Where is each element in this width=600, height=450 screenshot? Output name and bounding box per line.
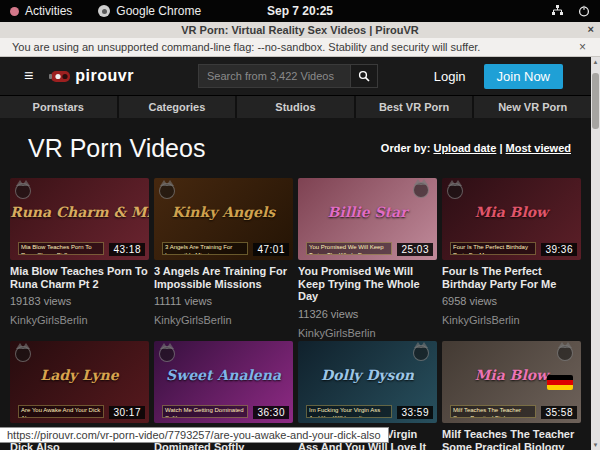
menu-item-categories[interactable]: Categories: [119, 96, 236, 118]
search-icon: [358, 70, 370, 82]
performer-name-overlay: Billie Star: [298, 204, 437, 220]
menu-item-best-vr-porn[interactable]: Best VR Porn: [356, 96, 473, 118]
vr-goggles-icon: [49, 70, 71, 83]
search-button[interactable]: [350, 64, 378, 88]
video-thumbnail[interactable]: Billie StarYou Promised We Will Keep Try…: [298, 178, 437, 260]
video-thumbnail[interactable]: Dolly DysonIm Fucking Your Virgin Ass An…: [298, 341, 437, 423]
cat-mask-studio-icon: [447, 183, 463, 199]
thumbnail-caption: Mia Blow Teaches Porn To Runa Charm Pt 2: [18, 242, 104, 255]
video-card[interactable]: Runa Charm & Mia BlowMia Blow Teaches Po…: [10, 178, 149, 341]
join-now-button[interactable]: Join Now: [484, 64, 563, 89]
performer-name-overlay: Runa Charm & Mia Blow: [10, 204, 149, 220]
menu-item-studios[interactable]: Studios: [237, 96, 354, 118]
search-input[interactable]: [198, 64, 350, 88]
video-views: 19183 views: [10, 295, 149, 307]
video-views: 11111 views: [154, 295, 293, 307]
video-thumbnail[interactable]: Mia BlowFour Is The Perfect Birthday Par…: [442, 178, 581, 260]
duration-badge: 39:36: [541, 243, 577, 256]
order-by-label: Order by:: [381, 142, 431, 154]
thumbnail-caption: Watch Me Getting Dominated Softly: [162, 405, 248, 418]
performer-name-overlay: Dolly Dyson: [298, 367, 437, 383]
page-viewport: ≡ pirouvr Login Join Now PornstarsCatego…: [0, 57, 591, 450]
video-title-link[interactable]: Mia Blow Teaches Porn To Runa Charm Pt 2: [10, 265, 149, 290]
duration-badge: 30:17: [109, 406, 145, 419]
cat-mask-studio-icon: [413, 182, 429, 198]
video-grid: Runa Charm & Mia BlowMia Blow Teaches Po…: [10, 178, 581, 450]
scrollbar-up-arrow[interactable]: ▲: [591, 59, 600, 65]
video-thumbnail[interactable]: Mia BlowMilf Teaches The Teacher Some Pr…: [442, 341, 581, 423]
cat-mask-studio-icon: [15, 183, 31, 199]
clock[interactable]: Sep 7 20:25: [0, 4, 600, 18]
scrollbar-down-arrow[interactable]: ▼: [591, 442, 600, 448]
site-header: ≡ pirouvr Login Join Now: [0, 57, 591, 95]
performer-name-overlay: Mia Blow: [442, 204, 581, 220]
duration-badge: 47:01: [253, 243, 289, 256]
video-title-link[interactable]: You Promised We Will Keep Trying The Who…: [298, 265, 437, 303]
browser-title-bar: VR Porn: Virtual Reality Sex Videos | Pi…: [0, 22, 600, 38]
tab-close-icon[interactable]: ×: [588, 23, 594, 35]
video-views: 11326 views: [298, 308, 437, 320]
order-links: Upload date | Most viewed: [433, 142, 571, 154]
studio-link[interactable]: KinkyGirlsBerlin: [154, 314, 293, 326]
menu-bar: PornstarsCategoriesStudiosBest VR PornNe…: [0, 95, 591, 118]
network-icon[interactable]: [551, 5, 564, 17]
video-card[interactable]: Mia BlowMilf Teaches The Teacher Some Pr…: [442, 341, 581, 450]
cat-mask-studio-icon: [557, 345, 573, 361]
cat-mask-studio-icon: [413, 345, 429, 361]
thumbnail-caption: Are You Awake And Your Dick Also: [18, 405, 104, 418]
studio-link[interactable]: KinkyGirlsBerlin: [442, 314, 581, 326]
vertical-scrollbar[interactable]: ▲ ▼: [591, 57, 600, 450]
duration-badge: 36:30: [253, 406, 289, 419]
thumbnail-caption: Im Fucking Your Virgin Ass And You Will …: [306, 405, 392, 418]
video-card[interactable]: Kinky Angels3 Angels Are Training For Im…: [154, 178, 293, 341]
thumbnail-caption: Four Is The Perfect Birthday Party For M…: [450, 242, 536, 255]
video-card[interactable]: Billie StarYou Promised We Will Keep Try…: [298, 178, 437, 341]
cat-mask-studio-icon: [159, 346, 175, 362]
cat-mask-studio-icon: [159, 183, 175, 199]
duration-badge: 33:59: [397, 406, 433, 419]
thumbnail-caption: 3 Angels Are Training For Impossible Mis…: [162, 242, 248, 255]
order-link-most-viewed[interactable]: Most viewed: [506, 142, 571, 154]
power-icon[interactable]: [578, 5, 590, 17]
video-title-link[interactable]: 3 Angels Are Training For Impossible Mis…: [154, 265, 293, 290]
video-thumbnail[interactable]: Kinky Angels3 Angels Are Training For Im…: [154, 178, 293, 260]
video-thumbnail[interactable]: Runa Charm & Mia BlowMia Blow Teaches Po…: [10, 178, 149, 260]
tab-title: VR Porn: Virtual Reality Sex Videos | Pi…: [181, 24, 418, 36]
menu-item-new-vr-porn[interactable]: New VR Porn: [474, 96, 591, 118]
video-card[interactable]: Mia BlowFour Is The Perfect Birthday Par…: [442, 178, 581, 341]
video-title-link[interactable]: Milf Teaches The Teacher Some Practical …: [442, 428, 581, 450]
status-url-tooltip: https://pirouvr.com/vr-porn-video/779325…: [0, 427, 389, 443]
hamburger-menu-icon[interactable]: ≡: [24, 68, 33, 84]
site-logo[interactable]: pirouvr: [49, 67, 134, 85]
performer-name-overlay: Kinky Angels: [154, 204, 293, 220]
page-title: VR Porn Videos: [28, 134, 205, 163]
performer-name-overlay: Sweet Analena: [154, 367, 293, 383]
warning-infobar: You are using an unsupported command-lin…: [0, 38, 600, 57]
login-link[interactable]: Login: [434, 69, 466, 84]
site-logo-text: pirouvr: [75, 67, 134, 85]
scrollbar-thumb[interactable]: [592, 73, 599, 129]
menu-item-pornstars[interactable]: Pornstars: [0, 96, 117, 118]
warning-text: You are using an unsupported command-lin…: [12, 41, 480, 53]
video-thumbnail[interactable]: Lady LyneAre You Awake And Your Dick Als…: [10, 341, 149, 423]
duration-badge: 25:03: [397, 243, 433, 256]
duration-badge: 43:18: [109, 243, 145, 256]
studio-link[interactable]: KinkyGirlsBerlin: [298, 327, 437, 339]
german-flag-icon: [547, 375, 573, 390]
cat-mask-studio-icon: [15, 346, 31, 362]
thumbnail-caption: Milf Teaches The Teacher Some Practical …: [450, 405, 536, 418]
thumbnail-caption: You Promised We Will Keep Trying The Who…: [306, 242, 392, 255]
video-title-link[interactable]: Four Is The Perfect Birthday Party For M…: [442, 265, 581, 290]
duration-badge: 35:58: [541, 406, 577, 419]
warning-close-icon[interactable]: ×: [579, 40, 586, 54]
video-views: 6958 views: [442, 295, 581, 307]
studio-link[interactable]: KinkyGirlsBerlin: [10, 314, 149, 326]
order-by: Order by: Upload date | Most viewed: [381, 142, 571, 154]
system-top-bar: Activities Google Chrome Sep 7 20:25: [0, 0, 600, 22]
performer-name-overlay: Lady Lyne: [10, 367, 149, 383]
video-thumbnail[interactable]: Sweet AnalenaWatch Me Getting Dominated …: [154, 341, 293, 423]
order-link-upload-date[interactable]: Upload date: [433, 142, 496, 154]
